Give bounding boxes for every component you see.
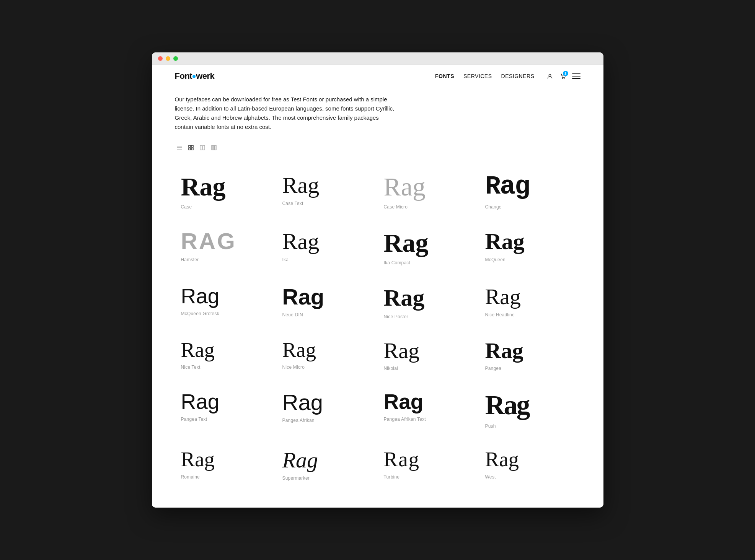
- test-fonts-link[interactable]: Test Fonts: [291, 96, 317, 103]
- font-preview-nikolai: Rag: [384, 339, 473, 363]
- font-name-west: West: [485, 474, 574, 480]
- font-name-ika-compact: Ika Compact: [384, 260, 473, 265]
- font-item-mcqueen[interactable]: RagMcQueen: [479, 221, 581, 277]
- font-item-romaine[interactable]: RagRomaine: [175, 440, 276, 492]
- page-content: Fontwerk FONTS SERVICES DESIGNERS: [152, 65, 603, 508]
- font-preview-nice-headline: Rag: [485, 285, 574, 309]
- font-preview-pangea-text: Rag: [181, 390, 270, 413]
- font-preview-pangea-afrikan-text: Rag: [384, 390, 473, 413]
- nav-icons: 1: [546, 72, 581, 80]
- svg-rect-9: [191, 148, 193, 150]
- font-preview-mcqueen-grotesk: Rag: [181, 285, 270, 308]
- font-name-pangea-afrikan: Pangea Afrikan: [282, 418, 372, 423]
- font-name-nikolai: Nikolai: [384, 366, 473, 371]
- font-preview-push: Rag: [485, 390, 574, 420]
- svg-rect-14: [215, 145, 216, 150]
- font-name-nice-text: Nice Text: [181, 365, 270, 370]
- nav-links: FONTS SERVICES DESIGNERS: [435, 73, 534, 79]
- font-item-nikolai[interactable]: RagNikolai: [378, 331, 479, 383]
- font-item-hamster[interactable]: RAGHamster: [175, 221, 276, 277]
- font-preview-turbine: Rag: [384, 448, 473, 471]
- font-preview-supermarker: Rag: [282, 448, 372, 472]
- font-name-turbine: Turbine: [384, 474, 473, 480]
- user-icon[interactable]: [546, 72, 554, 80]
- view-controls: [152, 143, 603, 157]
- nav-designers[interactable]: DESIGNERS: [501, 73, 535, 79]
- dot-yellow[interactable]: [166, 56, 170, 61]
- svg-rect-13: [213, 145, 214, 150]
- font-item-mcqueen-grotesk[interactable]: RagMcQueen Grotesk: [175, 277, 276, 330]
- font-preview-ika: Rag: [282, 229, 372, 254]
- font-name-ika: Ika: [282, 257, 372, 262]
- svg-rect-7: [191, 145, 193, 147]
- svg-rect-12: [212, 145, 213, 150]
- fonts-grid: RagCaseRagCase TextRagCase MicroRagChang…: [152, 157, 603, 508]
- nav-fonts[interactable]: FONTS: [435, 73, 454, 79]
- font-item-case-micro[interactable]: RagCase Micro: [378, 165, 479, 221]
- font-name-change: Change: [485, 204, 574, 210]
- font-preview-case-text: Rag: [282, 173, 372, 198]
- description-text: Our typefaces can be downloaded for free…: [175, 95, 397, 132]
- dot-green[interactable]: [173, 56, 178, 61]
- font-name-hamster: Hamster: [181, 257, 270, 262]
- font-name-nice-headline: Nice Headline: [485, 312, 574, 317]
- svg-point-2: [564, 78, 564, 79]
- font-item-pangea-afrikan-text[interactable]: RagPangea Afrikan Text: [378, 383, 479, 440]
- font-item-case[interactable]: RagCase: [175, 165, 276, 221]
- font-item-pangea-afrikan[interactable]: RagPangea Afrikan: [276, 383, 378, 440]
- font-item-ika-compact[interactable]: RagIka Compact: [378, 221, 479, 277]
- font-item-nice-headline[interactable]: RagNice Headline: [479, 277, 581, 330]
- view-grid-btn[interactable]: [186, 143, 196, 152]
- nav-services[interactable]: SERVICES: [463, 73, 492, 79]
- font-preview-nice-poster: Rag: [384, 285, 473, 311]
- font-name-pangea: Pangea: [485, 366, 574, 371]
- font-item-case-text[interactable]: RagCase Text: [276, 165, 378, 221]
- main-nav: FONTS SERVICES DESIGNERS: [435, 72, 580, 80]
- site-header: Fontwerk FONTS SERVICES DESIGNERS: [152, 65, 603, 87]
- dot-red[interactable]: [158, 56, 163, 61]
- font-item-change[interactable]: RagChange: [479, 165, 581, 221]
- hamburger-line-2: [572, 76, 581, 77]
- browser-chrome: [152, 52, 603, 65]
- svg-point-1: [562, 78, 563, 79]
- hamburger-line-3: [572, 78, 581, 79]
- logo[interactable]: Fontwerk: [175, 71, 215, 81]
- font-preview-hamster: RAG: [181, 229, 270, 254]
- font-item-neue-din[interactable]: RagNeue DIN: [276, 277, 378, 330]
- font-item-supermarker[interactable]: RagSupermarker: [276, 440, 378, 492]
- svg-rect-10: [200, 145, 202, 150]
- font-preview-ika-compact: Rag: [384, 229, 473, 257]
- font-preview-pangea-afrikan: Rag: [282, 390, 372, 415]
- font-preview-romaine: Rag: [181, 448, 270, 471]
- font-preview-mcqueen: Rag: [485, 229, 574, 254]
- svg-rect-11: [203, 145, 205, 150]
- font-item-ika[interactable]: RagIka: [276, 221, 378, 277]
- view-grid3-btn[interactable]: [209, 143, 219, 152]
- font-item-nice-text[interactable]: RagNice Text: [175, 331, 276, 383]
- font-preview-change: Rag: [485, 173, 574, 201]
- font-preview-case: Rag: [181, 173, 270, 201]
- font-name-nice-micro: Nice Micro: [282, 365, 372, 370]
- font-name-pangea-text: Pangea Text: [181, 417, 270, 422]
- font-preview-west: Rag: [485, 448, 574, 471]
- font-item-pangea-text[interactable]: RagPangea Text: [175, 383, 276, 440]
- font-item-push[interactable]: RagPush: [479, 383, 581, 440]
- font-name-romaine: Romaine: [181, 474, 270, 480]
- font-name-case-text: Case Text: [282, 201, 372, 206]
- cart-icon[interactable]: 1: [559, 72, 567, 80]
- view-grid2-btn[interactable]: [198, 143, 207, 152]
- svg-rect-6: [189, 145, 191, 147]
- view-list-btn[interactable]: [175, 143, 184, 152]
- font-name-supermarker: Supermarker: [282, 475, 372, 481]
- font-item-west[interactable]: RagWest: [479, 440, 581, 492]
- font-item-nice-poster[interactable]: RagNice Poster: [378, 277, 479, 330]
- font-item-pangea[interactable]: RagPangea: [479, 331, 581, 383]
- font-name-nice-poster: Nice Poster: [384, 314, 473, 319]
- font-name-neue-din: Neue DIN: [282, 312, 372, 317]
- font-item-nice-micro[interactable]: RagNice Micro: [276, 331, 378, 383]
- svg-rect-8: [189, 148, 191, 150]
- font-name-push: Push: [485, 423, 574, 429]
- font-item-turbine[interactable]: RagTurbine: [378, 440, 479, 492]
- hamburger-menu[interactable]: [572, 73, 581, 79]
- font-preview-case-micro: Rag: [384, 173, 473, 201]
